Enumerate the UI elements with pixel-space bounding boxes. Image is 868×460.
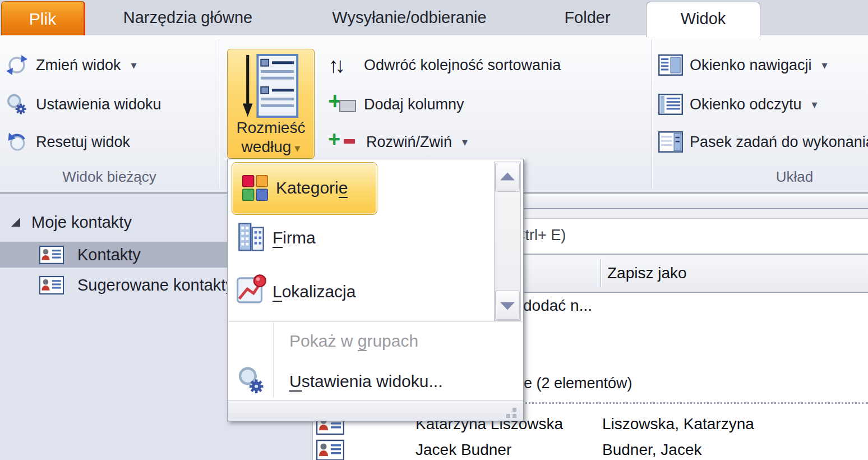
expand-collapse-label: Rozwiń/Zwiń — [366, 134, 452, 151]
sidebar-root-label: Moje kontakty — [31, 209, 132, 235]
chevron-down-icon: ▾ — [812, 98, 818, 111]
reading-pane-button[interactable]: Okienko odczytu ▾ — [658, 91, 818, 117]
scroll-down-button[interactable] — [495, 291, 520, 320]
group-separator — [219, 40, 220, 188]
menu-item-label: Lokalizacja — [273, 276, 355, 307]
tab-send-receive[interactable]: Wysyłanie/odbieranie — [292, 0, 527, 35]
arrange-by-icon — [240, 54, 302, 120]
sidebar-item-label: Kontakty — [77, 242, 141, 268]
navigation-pane-button[interactable]: Okienko nawigacji ▾ — [658, 52, 828, 78]
menu-item-label: Pokaż w grupach — [289, 325, 418, 357]
contact-full-name: Jacek Budner — [415, 437, 511, 460]
chevron-down-icon: ▾ — [294, 142, 300, 154]
contact-card-icon — [316, 439, 344, 460]
menu-item-label: Kategorie — [276, 163, 348, 213]
contact-row[interactable]: Jacek Budner Budner, Jacek — [313, 437, 868, 460]
reverse-sort-button[interactable]: ↑↓ Odwróć kolejność sortowania — [328, 52, 561, 78]
reset-view-label: Resetuj widok — [36, 134, 130, 151]
view-settings-label: Ustawienia widoku — [36, 96, 161, 113]
tab-folder[interactable]: Folder — [527, 0, 648, 35]
reset-view-button[interactable]: Resetuj widok — [4, 129, 130, 155]
scroll-down-icon — [500, 302, 515, 310]
view-settings-button[interactable]: Ustawienia widoku — [4, 91, 161, 117]
menu-item-label: Firma — [273, 222, 316, 254]
chevron-down-icon: ▾ — [462, 135, 468, 149]
change-view-button[interactable]: Zmień widok ▾ — [4, 52, 137, 78]
column-header-save-as[interactable]: Zapisz jako — [607, 255, 687, 292]
ribbon-tab-bar: Plik Narzędzia główne Wysyłanie/odbieran… — [0, 0, 868, 36]
todo-bar-icon — [658, 131, 683, 153]
tab-view-active[interactable]: Widok — [646, 2, 760, 37]
contact-file-as: Budner, Jacek — [602, 437, 701, 460]
sidebar-item-label: Sugerowane kontakty — [77, 272, 234, 298]
arrange-by-label-line2: według▾ — [228, 138, 314, 156]
chevron-down-icon: ▾ — [822, 58, 828, 72]
company-icon — [238, 222, 265, 254]
view-settings-icon — [4, 93, 29, 116]
navigation-pane-icon — [658, 54, 683, 76]
contact-card-icon — [39, 275, 64, 295]
menu-resize-bar[interactable] — [228, 400, 523, 421]
navigation-pane-label: Okienko nawigacji — [690, 57, 812, 74]
expand-collapse-icon: + — [328, 130, 359, 154]
group-header[interactable]: e (2 elementów) — [524, 372, 632, 394]
tab-file[interactable]: Plik — [1, 1, 85, 36]
scroll-up-icon — [500, 173, 515, 181]
menu-separator — [228, 321, 523, 322]
reset-view-icon — [4, 131, 29, 153]
reverse-sort-label: Odwróć kolejność sortowania — [364, 57, 561, 74]
reading-pane-icon — [658, 93, 683, 116]
expand-collapse-button[interactable]: + Rozwiń/Zwiń ▾ — [328, 129, 468, 155]
column-divider[interactable] — [601, 259, 601, 287]
menu-item-categories[interactable]: Kategorie — [232, 162, 377, 215]
change-view-label: Zmień widok — [36, 57, 121, 74]
menu-scrollbar[interactable] — [494, 162, 521, 321]
add-columns-button[interactable]: + Dodaj kolumny — [328, 91, 464, 117]
tab-home[interactable]: Narzędzia główne — [84, 0, 292, 35]
change-view-icon — [4, 54, 29, 76]
todo-bar-label: Pasek zadań do wykonania — [690, 134, 868, 151]
contact-file-as: Liszowska, Katarzyna — [602, 411, 754, 437]
chevron-down-icon: ▾ — [131, 58, 137, 72]
menu-item-location[interactable]: Lokalizacja — [228, 276, 446, 307]
outlook-window: Plik Narzędzia główne Wysyłanie/odbieran… — [0, 0, 868, 460]
add-columns-icon: + — [328, 92, 357, 117]
contact-card-icon — [39, 245, 64, 265]
menu-item-label: Ustawienia widoku... — [289, 367, 442, 396]
group-label-layout: Układ — [657, 168, 868, 186]
menu-item-view-settings[interactable]: Ustawienia widoku... — [228, 367, 446, 396]
menu-item-company[interactable]: Firma — [228, 222, 446, 254]
todo-bar-button[interactable]: Pasek zadań do wykonania — [658, 129, 868, 155]
view-settings-icon — [237, 366, 266, 395]
menu-item-show-in-groups: Pokaż w grupach — [228, 325, 446, 357]
arrange-by-label-line1: Rozmieść — [228, 119, 314, 137]
expanded-triangle-icon[interactable] — [11, 218, 20, 227]
arrange-by-button[interactable]: Rozmieść według▾ — [227, 49, 315, 159]
add-new-contact-text: dodać n... — [523, 293, 592, 319]
scroll-up-button[interactable] — [495, 163, 520, 192]
add-columns-label: Dodaj kolumny — [364, 96, 464, 113]
reading-pane-label: Okienko odczytu — [690, 96, 802, 113]
location-icon — [237, 274, 267, 304]
reverse-sort-icon: ↑↓ — [328, 53, 357, 77]
resize-grip-icon[interactable] — [513, 408, 516, 412]
categories-icon — [242, 175, 268, 201]
arrange-by-menu: Kategorie Firma — [227, 159, 524, 421]
group-separator — [652, 40, 653, 188]
group-label-current-view: Widok bieżący — [0, 168, 219, 186]
